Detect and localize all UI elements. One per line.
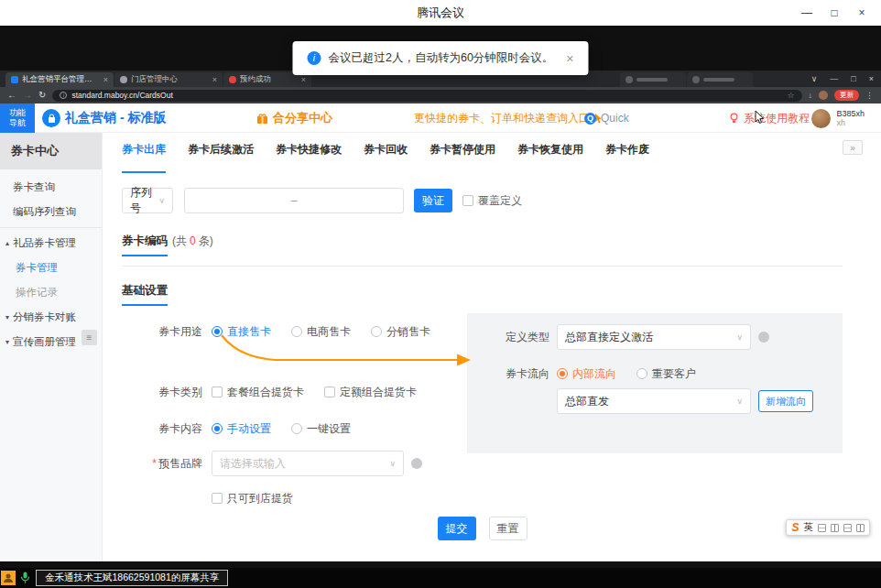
share-center-link[interactable]: 合分享中心 bbox=[256, 103, 332, 133]
basic-settings-form: 定义类型 总部直接定义激活 ∨ 券卡流向 bbox=[122, 313, 843, 507]
ime-tool-icon[interactable] bbox=[831, 524, 839, 532]
promo-link[interactable]: 更快捷的券卡、订单和快递查询入口 bbox=[414, 103, 604, 133]
favicon-booking bbox=[229, 76, 236, 83]
tab-search-caret-icon[interactable]: ∨ bbox=[811, 74, 818, 83]
meeting-toast: i 会议已超过2人，自动转为60分钟限时会议。 × bbox=[292, 41, 588, 75]
gift-icon bbox=[256, 113, 268, 125]
toast-close-icon[interactable]: × bbox=[566, 51, 573, 66]
help-icon[interactable] bbox=[758, 332, 769, 343]
checkbox-icon[interactable] bbox=[324, 387, 335, 397]
sidebar-collapse-handle[interactable]: ≡ bbox=[82, 330, 97, 345]
help-icon[interactable] bbox=[411, 458, 422, 469]
ime-language-indicator[interactable]: 英 bbox=[804, 521, 814, 534]
radio-selected-icon[interactable] bbox=[212, 326, 223, 337]
maximize-button[interactable]: □ bbox=[821, 0, 848, 26]
sidebar-item-card-query[interactable]: 券卡查询 bbox=[0, 175, 102, 200]
radio-icon[interactable] bbox=[636, 368, 647, 379]
user-account[interactable]: B385xh xh bbox=[811, 103, 865, 133]
close-button[interactable]: × bbox=[848, 0, 876, 26]
tab-card-outbound[interactable]: 券卡出库 bbox=[122, 142, 166, 168]
tab-card-resume[interactable]: 券卡恢复使用 bbox=[517, 142, 583, 168]
content-option-onekey[interactable]: 一键设置 bbox=[291, 421, 351, 437]
browser-minimize-icon[interactable]: — bbox=[830, 74, 838, 83]
serial-range-input[interactable]: – bbox=[184, 188, 404, 213]
address-bar[interactable]: i standard.maboy.cn/CardsOut ☆ bbox=[52, 90, 801, 102]
tab-card-quick-edit[interactable]: 券卡快捷修改 bbox=[276, 142, 342, 168]
browser-tab-partial[interactable] bbox=[687, 72, 753, 87]
quick-search[interactable]: Q Quick bbox=[584, 103, 629, 133]
overwrite-define-option[interactable]: 覆盖定义 bbox=[462, 193, 522, 209]
forward-icon[interactable]: → bbox=[23, 91, 32, 100]
tab-card-activate[interactable]: 券卡后续激活 bbox=[188, 142, 254, 168]
ime-toolbar[interactable]: S 英 bbox=[786, 519, 870, 536]
user-sub: xh bbox=[836, 118, 865, 127]
sidebar-item-code-serial-query[interactable]: 编码序列查询 bbox=[0, 200, 102, 224]
back-icon[interactable]: ← bbox=[7, 91, 16, 100]
category-option-fixed[interactable]: 定额组合提货卡 bbox=[324, 385, 417, 400]
app-header: 功能 导航 礼盒营销 - 标准版 合分享中心 更快捷的券卡、订单和快递查询入口 bbox=[0, 103, 881, 133]
sidebar-group-distribution-recon[interactable]: ▾ 分销券卡对账 bbox=[0, 305, 102, 330]
usage-option-ecommerce[interactable]: 电商售卡 bbox=[291, 324, 351, 340]
tab-close-icon[interactable]: × bbox=[301, 75, 306, 84]
ime-settings-icon[interactable] bbox=[856, 524, 865, 532]
tab-card-recycle[interactable]: 券卡回收 bbox=[364, 142, 408, 168]
checkbox-icon[interactable] bbox=[212, 493, 223, 504]
presale-brand-select[interactable]: 请选择或输入 ∨ bbox=[212, 451, 404, 476]
define-type-select[interactable]: 总部直接定义激活 ∨ bbox=[557, 324, 751, 350]
microphone-icon[interactable] bbox=[20, 572, 30, 584]
sidebar-group-gift-card-mgmt[interactable]: ▴ 礼品券卡管理 bbox=[0, 231, 102, 256]
browser-tab-partial[interactable] bbox=[620, 72, 686, 87]
panel-collapse-button[interactable]: » bbox=[843, 140, 863, 155]
radio-icon[interactable] bbox=[371, 326, 382, 337]
verify-button[interactable]: 验证 bbox=[414, 189, 452, 212]
tab-close-icon[interactable]: × bbox=[212, 75, 217, 84]
ime-keyboard-icon[interactable] bbox=[843, 524, 852, 532]
submit-button[interactable]: 提交 bbox=[438, 517, 476, 540]
minimize-button[interactable]: — bbox=[793, 0, 821, 26]
usage-option-direct[interactable]: 直接售卡 bbox=[212, 324, 271, 340]
radio-icon[interactable] bbox=[291, 326, 302, 337]
flow-option-vip[interactable]: 重要客户 bbox=[636, 366, 696, 382]
sidebar-item-operation-log[interactable]: 操作记录 bbox=[0, 280, 102, 305]
browser-menu-icon[interactable]: ⋮ bbox=[865, 92, 874, 100]
category-option-package[interactable]: 套餐组合提货卡 bbox=[212, 385, 304, 400]
tab-close-icon[interactable]: × bbox=[103, 75, 108, 84]
chrome-update-button[interactable]: 更新 bbox=[834, 90, 859, 101]
radio-icon[interactable] bbox=[291, 423, 302, 434]
browser-profile-icon[interactable] bbox=[819, 91, 828, 100]
sidebar-item-card-mgmt[interactable]: 券卡管理 bbox=[0, 256, 102, 280]
overwrite-checkbox[interactable] bbox=[462, 195, 473, 206]
ime-logo-icon[interactable]: S bbox=[791, 521, 799, 534]
reset-button[interactable]: 重置 bbox=[489, 517, 528, 540]
serial-type-select[interactable]: 序列号 ∨ bbox=[122, 188, 173, 213]
reload-icon[interactable]: ↻ bbox=[38, 91, 46, 100]
browser-tab-store-admin[interactable]: 门店管理中心 × bbox=[114, 72, 223, 87]
browser-tab-gift-admin[interactable]: 礼盒营销平台管理中心 × bbox=[5, 72, 114, 87]
add-flow-button[interactable]: 新增流向 bbox=[758, 390, 813, 412]
browser-maximize-icon[interactable]: □ bbox=[851, 74, 855, 83]
toast-message: 会议已超过2人，自动转为60分钟限时会议。 bbox=[328, 50, 553, 66]
browser-close-icon[interactable]: × bbox=[869, 74, 874, 83]
site-info-icon[interactable]: i bbox=[60, 92, 67, 99]
flow-target-select[interactable]: 总部直发 ∨ bbox=[557, 388, 751, 414]
tab-title-unreadable bbox=[703, 78, 734, 82]
tab-card-void[interactable]: 券卡作废 bbox=[605, 142, 649, 168]
radio-selected-icon[interactable] bbox=[557, 368, 568, 379]
tutorial-link[interactable]: 系统使用教程 bbox=[729, 103, 810, 133]
function-nav-toggle[interactable]: 功能 导航 bbox=[0, 103, 35, 133]
checkbox-icon[interactable] bbox=[212, 387, 223, 397]
content-option-manual[interactable]: 手动设置 bbox=[212, 421, 271, 437]
tab-card-suspend[interactable]: 券卡暂停使用 bbox=[430, 142, 495, 168]
radio-selected-icon[interactable] bbox=[212, 423, 223, 434]
card-code-title: 券卡编码 bbox=[122, 234, 168, 256]
bookmark-star-icon[interactable]: ☆ bbox=[787, 91, 794, 100]
section-divider bbox=[122, 266, 843, 267]
url-text: standard.maboy.cn/CardsOut bbox=[71, 91, 782, 100]
store-pickup-only-option[interactable]: 只可到店提货 bbox=[212, 491, 293, 506]
ime-tool-icon[interactable] bbox=[818, 524, 826, 532]
basic-settings-head: 基础设置 bbox=[122, 283, 843, 302]
flow-option-internal[interactable]: 内部流向 bbox=[557, 366, 616, 382]
tab-title-unreadable bbox=[636, 78, 668, 82]
usage-option-distribution[interactable]: 分销售卡 bbox=[371, 324, 430, 340]
download-icon[interactable]: ↓ bbox=[809, 92, 813, 100]
